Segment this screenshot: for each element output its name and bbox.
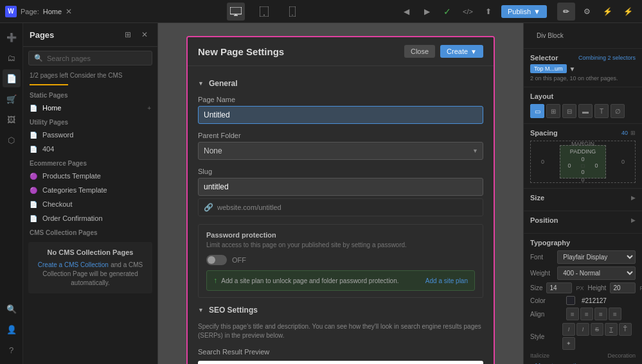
- block-display-btn[interactable]: ▭: [530, 104, 544, 118]
- align-left-btn[interactable]: ≡: [566, 308, 579, 320]
- modal-create-button[interactable]: Create ▼: [440, 45, 483, 58]
- desktop-view-btn[interactable]: [227, 3, 245, 21]
- align-right-btn[interactable]: ≡: [594, 308, 607, 320]
- bold-italic-btn[interactable]: I: [576, 323, 589, 336]
- spacing-expand[interactable]: ⊞: [630, 130, 636, 136]
- page-item-password[interactable]: 📄 Password: [23, 128, 157, 142]
- search-btn[interactable]: 🔍: [3, 300, 21, 318]
- align-center-btn[interactable]: ≡: [580, 308, 593, 320]
- checkout-page-icon: 📄: [30, 201, 37, 208]
- page-item-checkout[interactable]: 📄 Checkout: [23, 197, 157, 211]
- interactions-panel-btn[interactable]: ⚡: [598, 3, 616, 21]
- grid-display-btn[interactable]: ⊟: [562, 104, 576, 118]
- components-btn[interactable]: ⬡: [3, 131, 21, 149]
- parent-folder-select[interactable]: None: [198, 142, 483, 160]
- redo-btn[interactable]: ▶: [419, 4, 434, 19]
- help-btn[interactable]: ?: [3, 341, 21, 359]
- users-btn[interactable]: 👤: [3, 320, 21, 338]
- seo-preview-label: Search Result Preview: [198, 348, 483, 356]
- toggle-row: OFF: [206, 255, 475, 265]
- margin-left[interactable]: 0: [541, 159, 544, 165]
- cms-empty-state: No CMS Collection Pages Create a CMS Col…: [28, 242, 152, 293]
- selector-tag[interactable]: Top M...um: [530, 64, 567, 73]
- page-item-products-template[interactable]: 🟣 Products Template: [23, 169, 157, 183]
- selector-section: Selector Combining 2 selectors Top M...u…: [524, 49, 642, 87]
- size-label-typo: Size: [530, 284, 542, 291]
- padding-right[interactable]: 0: [594, 162, 598, 169]
- topbar-right: ◀ ▶ ✓ </> ⬆ Publish ▼ ✏ ⚙ ⚡ ⚡: [393, 3, 642, 21]
- modal-title: New Page Settings: [198, 46, 284, 57]
- create-cms-link[interactable]: Create a CMS Collection: [38, 261, 109, 268]
- products-template-icon: 🟣: [30, 173, 37, 180]
- color-value[interactable]: #212127: [582, 297, 607, 304]
- page-item-order-confirmation[interactable]: 📄 Order Confirmation: [23, 211, 157, 225]
- layout-section-header[interactable]: Layout: [530, 92, 636, 100]
- style-label: Style: [530, 333, 558, 340]
- margin-right[interactable]: 0: [621, 159, 625, 165]
- sidebar-close-icon[interactable]: ✕: [138, 28, 151, 41]
- password-toggle[interactable]: [206, 255, 227, 265]
- page-name-input[interactable]: [198, 106, 483, 124]
- padding-bottom[interactable]: 0: [581, 169, 584, 175]
- inline-btn[interactable]: T: [594, 104, 609, 118]
- cms-btn[interactable]: 🗂: [3, 49, 21, 67]
- sidebar-grid-icon[interactable]: ⊞: [121, 28, 134, 41]
- share-btn[interactable]: ⬆: [481, 4, 496, 19]
- modal-close-button[interactable]: Close: [404, 45, 435, 58]
- right-panel: Div Block Selector Combining 2 selectors…: [523, 23, 642, 364]
- seo-section-header[interactable]: ▼ SEO Settings: [198, 306, 483, 315]
- spacing-section-header[interactable]: Spacing 40 ⊞: [530, 129, 636, 137]
- sidebar-header-icons: ⊞ ✕: [121, 28, 151, 41]
- weight-select[interactable]: 400 - Normal: [557, 266, 636, 280]
- settings-panel-btn[interactable]: ⚙: [578, 3, 596, 21]
- font-select[interactable]: Playfair Display: [557, 250, 636, 264]
- seo-label: SEO Settings: [209, 306, 258, 315]
- add-site-plan-link[interactable]: Add a site plan: [425, 277, 468, 284]
- underline-btn[interactable]: T: [605, 323, 618, 336]
- align-justify-btn[interactable]: ≡: [609, 308, 621, 320]
- page-tab-close[interactable]: ✕: [66, 7, 72, 16]
- add-elements-btn[interactable]: ➕: [3, 28, 21, 46]
- selector-dropdown-arrow[interactable]: ▼: [569, 65, 576, 73]
- mobile-view-btn[interactable]: [283, 3, 301, 21]
- style-row: Style I I S T T̄ ✦: [530, 323, 636, 350]
- size-section-header[interactable]: Size ▶: [530, 194, 636, 202]
- modal-header: New Page Settings Close Create ▼: [188, 37, 494, 66]
- page-item-home[interactable]: 📄 Home +: [23, 101, 157, 115]
- page-item-categories-template[interactable]: 🟣 Categories Template: [23, 183, 157, 197]
- inline-block-btn[interactable]: ▬: [578, 104, 593, 118]
- size-arrow[interactable]: ▶: [631, 195, 636, 201]
- none-btn[interactable]: ∅: [611, 104, 625, 118]
- color-swatch[interactable]: [566, 296, 575, 305]
- style-panel-btn[interactable]: ✏: [557, 3, 575, 21]
- overline-btn[interactable]: T̄: [619, 323, 632, 336]
- new-page-settings-modal: New Page Settings Close Create ▼ ▼ Gener…: [186, 36, 495, 364]
- height-input[interactable]: [610, 282, 636, 293]
- typography-section-header[interactable]: Typography: [530, 239, 636, 247]
- undo-btn[interactable]: ◀: [398, 4, 414, 19]
- general-section-header[interactable]: ▼ General: [198, 79, 483, 88]
- search-input[interactable]: [47, 55, 147, 62]
- typography-label: Typography: [530, 239, 570, 247]
- pages-panel: Pages ⊞ ✕ 🔍 1/2 pages left Consider the …: [23, 23, 158, 364]
- publish-button[interactable]: Publish ▼: [501, 5, 547, 18]
- padding-top[interactable]: 0: [581, 156, 584, 162]
- position-arrow[interactable]: ▶: [631, 217, 636, 223]
- position-section-header[interactable]: Position ▶: [530, 216, 636, 224]
- pages-btn[interactable]: 📄: [3, 69, 21, 87]
- size-input[interactable]: [546, 282, 572, 293]
- page-item-404[interactable]: 📄 404: [23, 142, 157, 156]
- padding-left[interactable]: 0: [568, 162, 571, 169]
- strikethrough-btn[interactable]: S: [591, 323, 603, 336]
- ecommerce-panel-btn[interactable]: ⚡: [619, 3, 637, 21]
- italic-btn[interactable]: I: [562, 323, 575, 336]
- code-btn[interactable]: </>: [460, 4, 476, 19]
- typography-section: Typography Font Playfair Display Weight …: [524, 234, 642, 364]
- decoration-btn[interactable]: ✦: [562, 337, 575, 350]
- home-page-action[interactable]: +: [147, 105, 151, 112]
- ecommerce-btn[interactable]: 🛒: [3, 90, 21, 108]
- tablet-view-btn[interactable]: [255, 3, 273, 21]
- flex-display-btn[interactable]: ⊞: [546, 104, 560, 118]
- slug-input[interactable]: [198, 178, 483, 196]
- assets-btn[interactable]: 🖼: [3, 110, 21, 128]
